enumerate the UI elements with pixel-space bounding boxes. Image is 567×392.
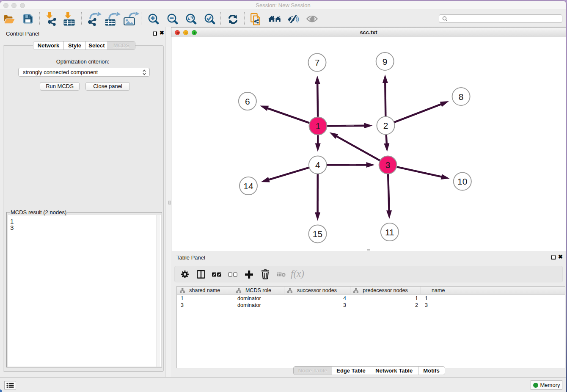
svg-text:3: 3 [385,160,391,170]
svg-text:15: 15 [313,229,322,239]
svg-text:10: 10 [457,177,467,186]
svg-text:7: 7 [315,58,320,67]
svg-text:4: 4 [315,160,320,170]
svg-text:14: 14 [243,181,253,191]
svg-text:1: 1 [316,121,321,131]
svg-text:8: 8 [459,92,464,102]
svg-text:6: 6 [245,97,250,106]
svg-text:11: 11 [385,227,394,237]
svg-text:2: 2 [383,121,388,130]
svg-text:9: 9 [383,57,388,66]
